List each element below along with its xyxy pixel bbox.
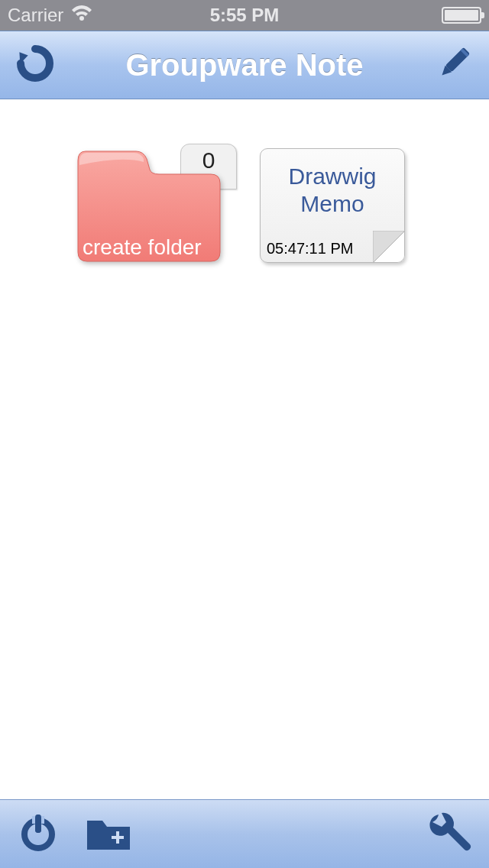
refresh-icon: [15, 43, 56, 87]
content-area: 0 create folder Drawwig Memo 05:47:11 PM: [0, 99, 489, 799]
power-button[interactable]: [14, 810, 63, 859]
svg-rect-1: [445, 47, 471, 73]
status-bar: Carrier 5:55 PM: [0, 0, 489, 31]
note-item[interactable]: Drawwig Memo 05:47:11 PM: [260, 148, 405, 263]
battery-icon: [442, 7, 481, 24]
note-title: Drawwig Memo: [261, 149, 404, 218]
power-icon: [18, 813, 58, 856]
wifi-icon: [71, 5, 92, 26]
page-fold-icon: [373, 231, 405, 263]
folder-label: create folder: [83, 235, 202, 260]
new-folder-button[interactable]: [84, 810, 133, 859]
svg-rect-8: [116, 831, 119, 844]
pencil-icon: [432, 42, 475, 88]
nav-bar: Groupware Note: [0, 31, 489, 99]
create-folder-item[interactable]: 0 create folder: [76, 148, 229, 270]
settings-button[interactable]: [426, 810, 475, 859]
svg-point-0: [79, 16, 84, 21]
page-title: Groupware Note: [125, 48, 363, 83]
refresh-button[interactable]: [12, 42, 58, 88]
status-left: Carrier: [8, 5, 92, 26]
bottom-toolbar: [0, 799, 489, 868]
edit-button[interactable]: [431, 42, 477, 88]
status-carrier: Carrier: [8, 5, 63, 26]
svg-rect-6: [35, 815, 41, 833]
note-timestamp: 05:47:11 PM: [267, 240, 353, 257]
new-folder-icon: [86, 815, 131, 854]
status-time: 5:55 PM: [210, 5, 280, 26]
wrench-icon: [429, 811, 472, 857]
